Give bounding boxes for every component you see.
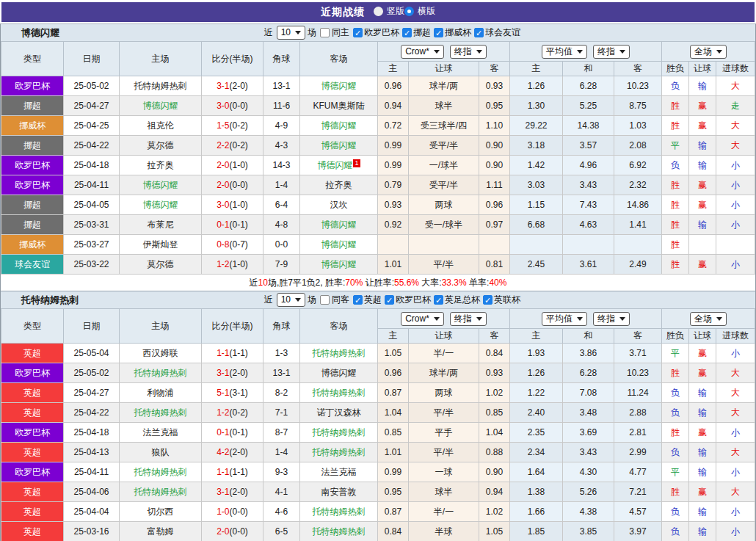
- home-team[interactable]: 利物浦: [120, 383, 202, 403]
- recent-games-select[interactable]: 10: [277, 26, 305, 40]
- league-badge: 欧罗巴杯: [1, 462, 64, 482]
- away-team[interactable]: 博德闪耀: [300, 116, 378, 136]
- away-team[interactable]: 博德闪耀: [300, 235, 378, 255]
- away-team[interactable]: 托特纳姆热刺: [300, 344, 378, 363]
- fulltime-score: 2-0: [217, 160, 229, 170]
- score: 1-5(0-2): [202, 116, 263, 136]
- chevron-down-icon: [716, 317, 722, 321]
- away-team[interactable]: 托特纳姆热刺: [300, 502, 378, 522]
- home-team[interactable]: 博德闪耀: [120, 175, 202, 195]
- home-team[interactable]: 西汉姆联: [120, 344, 202, 363]
- fulltime-score: 5-1: [217, 388, 229, 398]
- home-team[interactable]: 莫尔德: [120, 136, 202, 156]
- radio-selected-icon[interactable]: [404, 7, 414, 16]
- home-team[interactable]: 托特纳姆热刺: [120, 76, 202, 96]
- home-team[interactable]: 托特纳姆热刺: [120, 363, 202, 383]
- home-team[interactable]: 托特纳姆热刺: [120, 482, 202, 502]
- result-outcome: 胜: [662, 116, 689, 136]
- league-filter-label: 欧罗巴杯: [364, 26, 399, 39]
- away-team[interactable]: 拉齐奥: [300, 175, 378, 195]
- subcol-goals-result: 进球数: [716, 329, 755, 344]
- home-team[interactable]: 布莱尼: [120, 215, 202, 235]
- match-scope-select[interactable]: 全场: [690, 45, 727, 59]
- radio-icon[interactable]: [374, 7, 383, 16]
- home-team[interactable]: 切尔西: [120, 502, 202, 522]
- odds-stage-select[interactable]: 终指: [450, 45, 487, 59]
- col-header-date: 日期: [64, 309, 120, 344]
- home-team[interactable]: 莫尔德: [120, 255, 202, 275]
- home-team[interactable]: 托特纳姆热刺: [120, 403, 202, 423]
- away-team[interactable]: 博德闪耀: [300, 255, 378, 275]
- same-venue-checkbox[interactable]: [320, 295, 330, 305]
- away-team[interactable]: 博德闪耀: [300, 215, 378, 235]
- match-date: 25-04-04: [64, 502, 120, 522]
- goals-outcome: 大: [716, 363, 755, 383]
- same-venue-checkbox[interactable]: [320, 28, 330, 37]
- league-checkbox[interactable]: ✓: [353, 295, 363, 305]
- result-outcome: 负: [662, 443, 689, 462]
- halftime-score: (0-2): [230, 120, 248, 131]
- avg-home-odds: 1.42: [510, 156, 563, 175]
- league-checkbox[interactable]: ✓: [474, 28, 484, 37]
- away-team[interactable]: 托特纳姆热刺: [300, 443, 378, 462]
- away-team[interactable]: 博德闪耀: [300, 136, 378, 156]
- chevron-down-icon: [434, 317, 440, 321]
- home-team[interactable]: 伊斯灿登: [120, 235, 202, 255]
- league-badge: 欧罗巴杯: [1, 156, 64, 175]
- home-team[interactable]: 狼队: [120, 443, 202, 462]
- handicap-home-odds: [378, 235, 409, 255]
- home-team[interactable]: 祖克伦: [120, 116, 202, 136]
- match-row: 英超 25-04-04 切尔西 1-0(0-0) 4-6 托特纳姆热刺 0.87…: [1, 502, 755, 522]
- recent-games-select[interactable]: 10: [277, 293, 305, 307]
- home-team[interactable]: 富勒姆: [120, 522, 202, 541]
- away-team[interactable]: 博德闪耀1: [300, 156, 378, 175]
- away-team[interactable]: 托特纳姆热刺: [300, 522, 378, 541]
- league-checkbox[interactable]: ✓: [483, 295, 493, 305]
- handicap-away-odds: 0.90: [479, 136, 510, 156]
- league-badge: 英超: [1, 502, 64, 522]
- home-team[interactable]: 拉齐奥: [120, 156, 202, 175]
- fulltime-score: 1-2: [217, 407, 229, 418]
- result-outcome: 负: [662, 383, 689, 403]
- view-option[interactable]: 横版: [404, 5, 435, 18]
- summary-stat-value: 33.3%: [442, 277, 467, 288]
- league-checkbox[interactable]: ✓: [353, 28, 363, 37]
- league-checkbox[interactable]: ✓: [434, 295, 443, 305]
- avg-draw-odds: 7.08: [563, 383, 614, 403]
- away-team[interactable]: 托特纳姆热刺: [300, 423, 378, 443]
- result-group-header: 全场: [662, 42, 755, 62]
- away-team[interactable]: 南安普敦: [300, 482, 378, 502]
- away-team[interactable]: 法兰克福: [300, 462, 378, 482]
- avg-away-odds: 2.08: [614, 136, 662, 156]
- average-stage-select[interactable]: 终指: [593, 312, 630, 326]
- home-team[interactable]: 托特纳姆热刺: [120, 462, 202, 482]
- corner-stat: 0-0: [263, 235, 300, 255]
- avg-away-odds: 2.88: [614, 403, 662, 423]
- bookmaker-select[interactable]: Crow*: [401, 312, 444, 326]
- handicap-home-odds: 0.96: [378, 363, 409, 383]
- odds-stage-select[interactable]: 终指: [450, 312, 487, 326]
- view-option[interactable]: 竖版: [374, 5, 404, 18]
- away-team[interactable]: 诺丁汉森林: [300, 403, 378, 423]
- home-team[interactable]: 法兰克福: [120, 423, 202, 443]
- match-scope-select[interactable]: 全场: [690, 312, 727, 326]
- home-team[interactable]: 博德闪耀: [120, 195, 202, 215]
- average-source-select[interactable]: 平均值: [542, 45, 587, 59]
- away-team[interactable]: 博德闪耀: [300, 363, 378, 383]
- league-checkbox[interactable]: ✓: [434, 28, 443, 37]
- result-group-header: 全场: [662, 309, 755, 329]
- col-header-date: 日期: [64, 42, 120, 76]
- away-team[interactable]: KFUM奥斯陆: [300, 96, 378, 116]
- away-team[interactable]: 汉坎: [300, 195, 378, 215]
- league-checkbox[interactable]: ✓: [385, 295, 394, 305]
- handicap-home-odds: 0.87: [378, 383, 409, 403]
- average-source-select[interactable]: 平均值: [542, 312, 587, 326]
- away-team[interactable]: 托特纳姆热刺: [300, 383, 378, 403]
- home-team[interactable]: 博德闪耀: [120, 96, 202, 116]
- away-team[interactable]: 博德闪耀: [300, 76, 378, 96]
- bookmaker-select[interactable]: Crow*: [401, 45, 444, 59]
- average-stage-select[interactable]: 终指: [593, 45, 630, 59]
- league-checkbox[interactable]: ✓: [402, 28, 412, 37]
- chevron-down-icon: [577, 50, 583, 54]
- handicap-outcome: 输: [689, 403, 716, 423]
